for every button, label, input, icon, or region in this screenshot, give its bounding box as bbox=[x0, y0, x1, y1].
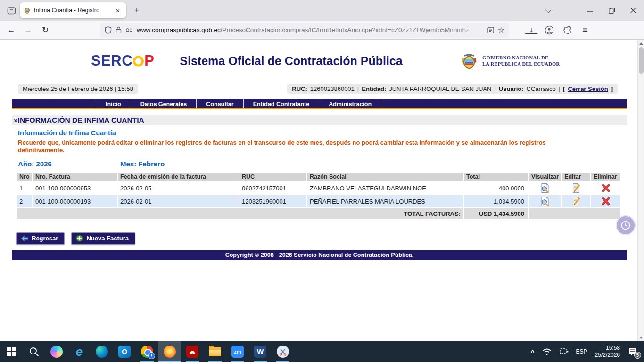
lock-icon[interactable] bbox=[116, 26, 122, 33]
government-brand: GOBIERNO NACIONAL DE LA REPUBLICA DEL EC… bbox=[460, 50, 560, 71]
reader-mode-icon[interactable] bbox=[487, 27, 494, 33]
taskbar-zoom-icon[interactable]: zm bbox=[226, 341, 249, 362]
ruc-label: RUC: bbox=[292, 85, 307, 92]
taskbar-clock[interactable]: 15:58 25/2/2026 bbox=[592, 341, 623, 362]
taskbar-edge-icon[interactable] bbox=[91, 341, 113, 362]
forward-button[interactable]: → bbox=[21, 23, 36, 38]
start-button[interactable] bbox=[0, 341, 23, 362]
back-arrow-icon bbox=[21, 235, 28, 242]
window-close-button[interactable] bbox=[622, 0, 644, 21]
delete-x-icon[interactable] bbox=[601, 197, 611, 206]
taskbar-word-icon[interactable]: W bbox=[249, 341, 272, 362]
window-restore-button[interactable] bbox=[601, 0, 622, 21]
firefox-logo bbox=[164, 346, 176, 358]
taskbar-acrobat-icon[interactable] bbox=[181, 341, 204, 362]
visualizar-action[interactable] bbox=[529, 182, 561, 194]
notification-center-icon[interactable]: 5 bbox=[624, 341, 641, 362]
reload-button[interactable]: ↻ bbox=[38, 23, 53, 38]
taskbar-internet-explorer-icon[interactable]: e bbox=[68, 341, 91, 362]
nav-item-datos-generales[interactable]: Datos Generales bbox=[131, 99, 197, 108]
taskbar-firefox-icon[interactable] bbox=[158, 341, 181, 362]
taskbar-snipping-icon[interactable] bbox=[272, 341, 294, 362]
nav-item-administracion[interactable]: Administración bbox=[319, 99, 381, 108]
cell-total: 1,034.5900 bbox=[464, 195, 528, 207]
menu-hamburger-icon[interactable]: ≡ bbox=[578, 23, 592, 37]
shield-icon[interactable] bbox=[105, 26, 112, 34]
page-viewport: SERC P Sistema Oficial de Contratación P… bbox=[0, 40, 644, 341]
ruc-value: 1260023860001 bbox=[310, 85, 355, 92]
firefox-view-icon[interactable] bbox=[4, 3, 19, 18]
tab-favicon bbox=[24, 7, 31, 14]
col-fecha: Fecha de emisión de la factura bbox=[118, 173, 239, 181]
taskbar-copilot-icon[interactable] bbox=[45, 341, 68, 362]
scroll-down-icon[interactable] bbox=[638, 334, 644, 341]
logout-link[interactable]: Cerrar Sesión bbox=[568, 85, 608, 92]
session-timer-widget[interactable] bbox=[616, 216, 635, 235]
zoom-zm: zm bbox=[234, 349, 241, 354]
url-text[interactable]: www.compraspublicas.gob.ec/ProcesoContra… bbox=[137, 26, 484, 33]
ie-logo: e bbox=[76, 346, 83, 358]
cell-razon: PEÑAFIEL PARRALES MARIA LOURDES bbox=[307, 195, 463, 207]
government-line1: GOBIERNO NACIONAL DE bbox=[482, 55, 560, 61]
nueva-factura-button[interactable]: Nueva Factura bbox=[71, 232, 135, 245]
url-bar[interactable]: www.compraspublicas.gob.ec/ProcesoContra… bbox=[100, 23, 509, 38]
cell-nro: 1 bbox=[17, 182, 32, 194]
editar-action[interactable] bbox=[562, 195, 590, 207]
site-header: SERC P Sistema Oficial de Contratación P… bbox=[12, 40, 627, 83]
cell-factura: 001-100-000000193 bbox=[33, 195, 117, 207]
word-w: W bbox=[257, 347, 264, 355]
downloads-icon[interactable]: ↓ bbox=[524, 26, 538, 34]
editar-action[interactable] bbox=[562, 182, 590, 194]
cast-display-icon[interactable] bbox=[556, 341, 572, 362]
visualizar-action[interactable] bbox=[529, 195, 561, 207]
new-tab-button[interactable]: + bbox=[130, 4, 143, 17]
language-indicator[interactable]: ESP bbox=[573, 341, 591, 362]
wifi-icon[interactable] bbox=[539, 341, 555, 362]
session-box: RUC: 1260023860001 | Entidad: JUNTA PARR… bbox=[287, 84, 618, 94]
nav-item-inicio[interactable]: Inicio bbox=[96, 99, 131, 108]
warning-text: Recuerde que, únicamente podrá editar o … bbox=[18, 139, 594, 154]
edit-doc-icon[interactable] bbox=[571, 183, 581, 193]
extensions-icon[interactable] bbox=[560, 23, 574, 37]
bookmark-star-icon[interactable]: ☆ bbox=[498, 25, 504, 34]
current-date: Miércoles 25 de Febrero de 2026 | 15:58 bbox=[23, 85, 133, 92]
taskbar-time: 15:58 bbox=[606, 345, 620, 352]
col-total: Total bbox=[464, 173, 528, 181]
eliminar-action[interactable] bbox=[591, 195, 620, 207]
browser-tab[interactable]: Infima Cuantía - Registro × bbox=[20, 2, 126, 18]
account-icon[interactable] bbox=[542, 23, 556, 37]
nav-item-entidad-contratante[interactable]: Entidad Contratante bbox=[244, 99, 319, 108]
back-button[interactable]: ← bbox=[4, 23, 19, 38]
taskbar-outlook-icon[interactable]: O bbox=[113, 341, 136, 362]
eliminar-action[interactable] bbox=[591, 182, 620, 194]
view-doc-icon[interactable] bbox=[540, 196, 550, 206]
clock-icon bbox=[619, 219, 632, 231]
list-all-tabs-icon[interactable] bbox=[539, 2, 555, 18]
totals-filler bbox=[529, 208, 620, 219]
permissions-icon[interactable] bbox=[125, 27, 133, 33]
nav-item-consultar[interactable]: Consultar bbox=[197, 99, 243, 108]
cell-nro: 2 bbox=[17, 195, 32, 207]
chrome-profile-badge bbox=[148, 352, 155, 359]
tray-show-hidden-icon[interactable]: ^ bbox=[527, 342, 537, 362]
delete-x-icon[interactable] bbox=[601, 183, 611, 193]
taskbar-chrome-icon[interactable] bbox=[136, 341, 158, 362]
url-fade bbox=[455, 26, 484, 33]
taskbar-date: 25/2/2026 bbox=[595, 352, 620, 359]
outlook-o: O bbox=[122, 347, 127, 355]
triangle-down bbox=[639, 337, 643, 339]
separator: | bbox=[494, 85, 495, 92]
cell-ruc: 1203251960001 bbox=[239, 195, 306, 207]
screen: Infima Cuantía - Registro × + ← → ↻ www.… bbox=[0, 0, 644, 362]
taskbar-file-explorer-icon[interactable] bbox=[204, 341, 226, 362]
view-doc-icon[interactable] bbox=[540, 183, 550, 193]
taskbar-search-icon[interactable] bbox=[23, 341, 45, 362]
tab-close-icon[interactable]: × bbox=[113, 6, 123, 15]
regresar-button[interactable]: Regresar bbox=[16, 232, 65, 245]
vertical-scrollbar[interactable] bbox=[637, 40, 644, 341]
window-minimize-button[interactable] bbox=[579, 0, 601, 21]
scrollbar-thumb[interactable] bbox=[639, 47, 644, 74]
cell-fecha: 2026-02-01 bbox=[118, 195, 239, 207]
edit-doc-icon[interactable] bbox=[571, 196, 581, 206]
scroll-up-icon[interactable] bbox=[638, 40, 644, 47]
